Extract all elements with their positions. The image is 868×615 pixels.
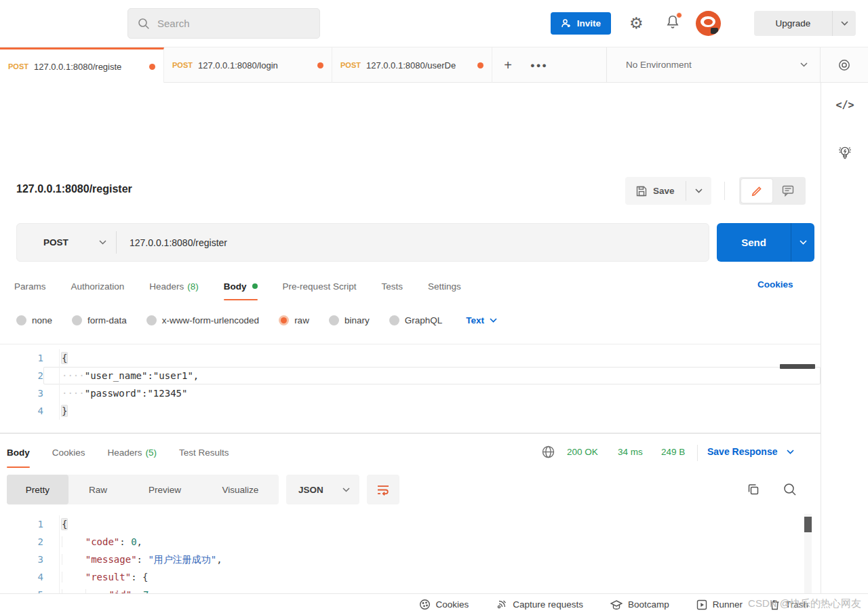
unsaved-dot: [317, 62, 323, 68]
code-line: 4}: [0, 402, 821, 420]
body-mode-radios: none form-data x-www-form-urlencoded raw…: [16, 306, 497, 334]
search-icon: [138, 18, 150, 30]
code-snippet-icon[interactable]: </>: [821, 99, 868, 111]
view-preview[interactable]: Preview: [127, 475, 202, 504]
footer-trash[interactable]: Trash: [770, 599, 808, 610]
copy-response-icon[interactable]: [746, 482, 761, 497]
search-input[interactable]: [157, 18, 293, 29]
response-format-selector[interactable]: JSON: [286, 475, 359, 504]
mode-graphql[interactable]: GraphQL: [389, 315, 443, 325]
divider: [697, 445, 698, 461]
mode-label: none: [32, 315, 52, 325]
upgrade-label: Upgrade: [754, 11, 832, 36]
method-selector[interactable]: POST: [17, 224, 116, 261]
settings-gear-icon[interactable]: ⚙: [629, 14, 644, 32]
environment-quick-look-icon[interactable]: [821, 47, 868, 82]
line-number: 1: [0, 515, 43, 533]
footer-capture-requests[interactable]: Capture requests: [496, 599, 583, 610]
global-search[interactable]: [127, 8, 320, 39]
save-button-group: Save: [625, 177, 711, 205]
wrap-lines-button[interactable]: [367, 475, 399, 504]
notification-bell-icon[interactable]: [665, 14, 680, 31]
request-section-tabs: Params Authorization Headers(8) Body Pre…: [14, 270, 461, 302]
tab-login[interactable]: POST 127.0.0.1:8080/login: [164, 47, 332, 83]
upgrade-button[interactable]: Upgrade: [754, 11, 856, 36]
save-response-label: Save Response: [707, 446, 778, 457]
save-options-chevron-icon[interactable]: [686, 177, 711, 205]
headers-count: (8): [187, 281, 199, 292]
tab-label: Headers: [108, 448, 142, 458]
save-response-button[interactable]: Save Response: [707, 446, 794, 457]
tab-userdetail[interactable]: POST 127.0.0.1:8080/userDe: [332, 47, 492, 83]
scrollbar-thumb[interactable]: [804, 517, 812, 532]
graduation-cap-icon: [610, 599, 623, 610]
code-line: 2 "code": 0,: [0, 533, 821, 551]
line-number: 2: [0, 533, 43, 551]
footer-bootcamp[interactable]: Bootcamp: [610, 599, 669, 610]
mode-form-data[interactable]: form-data: [72, 315, 127, 325]
tab-settings[interactable]: Settings: [428, 270, 461, 302]
url-input[interactable]: 127.0.0.1:8080/register: [130, 237, 709, 248]
radio-icon: [329, 315, 339, 325]
code-line: 3 "message": "用户注册成功",: [0, 551, 821, 568]
tab-test-results[interactable]: Test Results: [179, 434, 229, 471]
person-plus-icon: [561, 18, 572, 28]
radio-icon: [16, 315, 26, 325]
code-line: 1{: [0, 349, 821, 367]
tab-response-body[interactable]: Body: [7, 434, 30, 471]
raw-type-selector[interactable]: Text: [466, 315, 497, 325]
send-options-chevron-icon[interactable]: [791, 223, 814, 262]
radio-icon: [279, 315, 289, 325]
save-button[interactable]: Save: [625, 177, 686, 205]
line-number: 2: [0, 367, 43, 384]
cookie-icon: [419, 599, 431, 610]
tab-register[interactable]: POST 127.0.0.1:8080/registe: [0, 47, 164, 83]
chevron-down-icon[interactable]: [833, 11, 856, 36]
editor-scrollbar-thumb[interactable]: [780, 364, 815, 369]
edit-pencil-icon[interactable]: [741, 179, 772, 203]
mode-label: binary: [344, 315, 370, 325]
account-avatar[interactable]: [696, 11, 721, 36]
tab-params[interactable]: Params: [14, 270, 46, 302]
send-button[interactable]: Send: [717, 223, 791, 262]
view-visualize[interactable]: Visualize: [202, 475, 279, 504]
mode-binary[interactable]: binary: [329, 315, 370, 325]
tab-body[interactable]: Body: [224, 270, 258, 302]
tab-headers[interactable]: Headers(8): [149, 270, 199, 302]
tab-authorization[interactable]: Authorization: [71, 270, 125, 302]
request-body-editor[interactable]: 1{2····"user_name":"user1",3····"passwor…: [0, 344, 821, 433]
tab-label: Pre-request Script: [283, 281, 357, 292]
tab-label: Params: [14, 281, 46, 292]
tab-response-headers[interactable]: Headers(5): [108, 434, 157, 471]
footer-label: Cookies: [436, 599, 469, 610]
line-number: 3: [0, 384, 43, 402]
mode-raw[interactable]: raw: [279, 315, 309, 325]
response-status: 200 OK: [567, 447, 598, 457]
footer-cookies[interactable]: Cookies: [419, 599, 469, 610]
chevron-down-icon: [490, 318, 497, 323]
runner-play-icon: [696, 599, 707, 610]
tab-options-icon[interactable]: ●●●: [524, 47, 555, 83]
notification-dot: [676, 12, 682, 18]
mode-none[interactable]: none: [16, 315, 52, 325]
view-pretty[interactable]: Pretty: [7, 475, 68, 504]
tab-tests[interactable]: Tests: [381, 270, 403, 302]
environment-selector[interactable]: No Environment: [607, 47, 820, 82]
mode-x-www-form-urlencoded[interactable]: x-www-form-urlencoded: [146, 315, 259, 325]
new-tab-button[interactable]: +: [492, 47, 524, 83]
comment-icon[interactable]: [772, 179, 804, 203]
invite-button[interactable]: Invite: [551, 12, 611, 35]
line-number: 4: [0, 568, 43, 586]
status-bar: Cookies Capture requests Bootcamp Runner…: [0, 593, 868, 615]
search-response-icon[interactable]: [783, 482, 797, 497]
capture-icon: [496, 599, 507, 610]
tab-response-cookies[interactable]: Cookies: [52, 434, 85, 471]
format-label: JSON: [298, 485, 323, 495]
tab-pre-request-script[interactable]: Pre-request Script: [283, 270, 357, 302]
lightbulb-hint-icon[interactable]: [837, 144, 853, 161]
footer-runner[interactable]: Runner: [696, 599, 743, 610]
save-label: Save: [653, 186, 675, 196]
unsaved-dot: [477, 62, 484, 68]
view-raw[interactable]: Raw: [68, 475, 127, 504]
cookies-link[interactable]: Cookies: [757, 279, 793, 290]
